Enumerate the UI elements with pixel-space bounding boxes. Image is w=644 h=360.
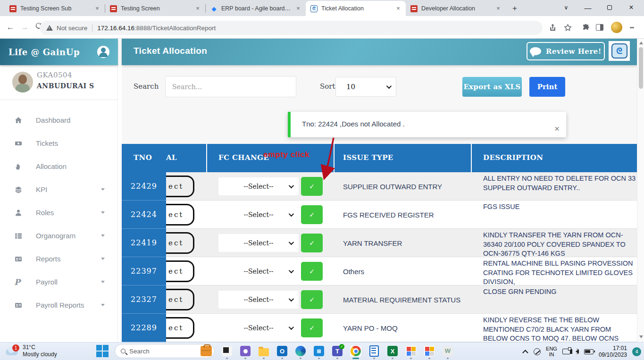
export-xls-button[interactable]: Export as XLS [462,77,522,97]
gainup-favicon: ᘓ [310,5,318,12]
tray-expand-icon[interactable] [522,350,528,356]
sidebar-item-roles[interactable]: Roles [0,201,118,224]
sidebar-item-allocation[interactable]: Allocation [0,155,118,178]
tab-close-icon[interactable]: × [294,5,302,12]
browser-menu-icon[interactable] [626,22,637,33]
print-button[interactable]: Print [529,77,565,97]
layers-icon [14,185,24,193]
sidebar: Life @ GainUp GKA0504 ANBUDURAI S Dashbo… [0,39,118,342]
teams-icon[interactable]: T [331,345,343,357]
task-view-icon[interactable] [221,345,233,357]
tab-erp-board[interactable]: ◆ ERP board - Agile board - Ji × [206,1,306,16]
confirm-check-button[interactable]: ✓ [301,262,323,281]
profile-avatar[interactable] [611,22,622,33]
network-monitor-icon[interactable] [562,349,570,354]
review-here-button[interactable]: Review Here! [527,42,605,60]
file-explorer-icon[interactable] [258,345,270,357]
taskbar-search[interactable]: Search [115,344,215,358]
fc-change-select[interactable]: --Select-- [218,319,299,337]
tab-ticket-allocation[interactable]: ᘓ Ticket Allocation × [306,1,406,16]
chrome-icon[interactable] [350,345,362,357]
sidebar-item-payroll-reports[interactable]: Payroll Reports [0,293,118,317]
clock[interactable]: 17:0109/10/2023 [599,345,627,359]
no-internet-icon[interactable] [534,348,541,355]
confirm-check-button[interactable]: ✓ [301,177,323,196]
woven-app-icon[interactable]: W [442,345,454,357]
video-app-icon[interactable] [239,345,251,357]
fc-change-select[interactable]: --Select-- [218,206,299,224]
scrollbar-thumb[interactable] [639,47,643,89]
confirm-check-button[interactable]: ✓ [301,290,323,309]
confirm-check-button[interactable]: ✓ [301,205,323,224]
share-icon[interactable] [547,22,558,33]
tab-developer-allocation[interactable]: Developer Allocation × [406,1,506,16]
tno-cell: 22397 [122,257,166,285]
briefcase-icon [201,346,212,356]
fc-change-select[interactable]: --Select-- [218,291,299,309]
confirm-check-button[interactable]: ✓ [301,318,323,337]
chevron-down-icon [101,234,105,237]
table-row: ect 22419 --Select-- ✓ YARN TRANSFER KIN… [122,229,637,257]
weather-widget[interactable]: 1 31°CMostly cloudy [5,344,57,358]
tab-close-icon[interactable]: × [93,5,101,12]
sidebar-item-tickets[interactable]: Tickets [0,132,118,155]
chevron-down-icon [386,84,392,89]
start-button[interactable] [96,345,109,357]
tab-favicon [410,5,418,12]
language-indicator[interactable]: ENGIN [546,346,557,357]
tab-testing-screen[interactable]: Testing Screen × [105,1,205,16]
url-path[interactable]: :8888/TicketAllocationReport [134,25,216,32]
tab-close-icon[interactable]: × [394,5,402,12]
notification-close-icon[interactable]: × [554,124,560,133]
page-scrollbar[interactable] [637,39,644,342]
back-button[interactable]: ← [4,21,17,34]
tab-close-icon[interactable]: × [194,5,201,12]
table-row: ect 22327 --Select-- ✓ MATERIAL REQUIREM… [122,285,637,314]
edge-icon[interactable] [294,345,307,357]
sidebar-item-reports[interactable]: Reports [0,247,118,270]
profile-circle-icon[interactable] [97,46,109,58]
confirm-check-button[interactable]: ✓ [301,234,323,252]
tab-search-chevron-icon[interactable]: ∨ [559,0,573,15]
window-maximize-button[interactable] [599,0,620,15]
tab-testing-screen-sub[interactable]: Testing Screen Sub × [5,1,105,16]
scroll-up-arrow[interactable] [639,42,643,44]
not-secure-label[interactable]: Not secure [57,25,87,32]
sidebar-item-dashboard[interactable]: Dashboard [0,109,118,132]
address-bar[interactable]: Not secure 172.16.64.16 :8888/TicketAllo… [40,21,543,35]
erp-app-icon[interactable] [405,345,417,357]
issue-type-cell: FGS RECEIVED REGISTER [343,201,475,229]
ms-store-icon[interactable]: ⊞ [313,345,325,357]
fc-change-select[interactable]: --Select-- [218,262,299,280]
battery-icon[interactable] [584,349,594,354]
scroll-down-arrow[interactable] [639,335,643,338]
weather-condition: Mostly cloudy [23,351,57,358]
side-panel-icon[interactable] [594,22,605,33]
tab-close-icon[interactable]: × [494,5,502,12]
excel-icon[interactable]: X [386,345,399,357]
search-input[interactable] [165,76,296,97]
erp-app2-icon[interactable] [423,345,435,357]
notepad-icon[interactable] [368,345,380,357]
window-minimize-button[interactable]: — [577,0,599,15]
new-tab-button[interactable]: + [509,2,521,15]
tno-cell: 22424 [122,201,166,229]
sidebar-item-kpi[interactable]: KPI [0,178,118,201]
fc-change-select[interactable]: --Select-- [218,177,299,195]
sidebar-item-payroll[interactable]: P Payroll [0,270,118,293]
app-logo-button[interactable]: ᘓ [609,41,630,61]
brand-title: Life @ GainUp [8,47,97,57]
outlook-icon[interactable]: O [276,345,288,357]
sidebar-menu: Dashboard Tickets Allocation KPI Roles [0,109,118,317]
forward-button[interactable]: → [18,21,31,34]
notification-count-badge[interactable]: 4 [632,347,641,356]
url-host[interactable]: 172.16.64.16 [97,25,134,32]
fc-change-select[interactable]: --Select-- [218,234,299,252]
window-close-button[interactable]: × [620,0,642,15]
sort-select[interactable]: 10 [335,77,396,97]
extensions-puzzle-icon[interactable] [580,22,591,33]
not-secure-warning-icon[interactable] [46,25,53,31]
sidebar-item-organogram[interactable]: Organogram [0,224,118,247]
volume-icon[interactable] [576,349,579,354]
bookmark-star-icon[interactable] [562,22,573,33]
